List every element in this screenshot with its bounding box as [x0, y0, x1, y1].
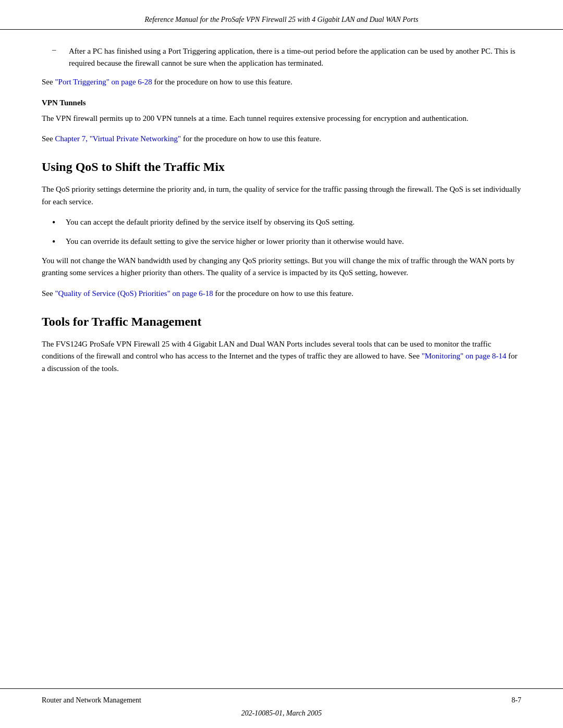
- monitoring-link[interactable]: "Monitoring" on page 8-14: [422, 352, 507, 360]
- see-chapter7-prefix: See: [42, 134, 55, 143]
- footer-center-text: 202-10085-01, March 2005: [241, 709, 322, 717]
- vpn-tunnels-heading: VPN Tunnels: [42, 98, 521, 107]
- page: Reference Manual for the ProSafe VPN Fir…: [0, 0, 563, 728]
- vpn-tunnels-paragraph1: The VPN firewall permits up to 200 VPN t…: [42, 113, 521, 125]
- tools-paragraph1: The FVS124G ProSafe VPN Firewall 25 with…: [42, 338, 521, 375]
- see-qos-suffix: for the procedure on how to use this fea…: [213, 289, 353, 298]
- qos-priorities-link[interactable]: "Quality of Service (QoS) Priorities" on…: [55, 289, 213, 298]
- qos-bullet2: • You can override its default setting t…: [42, 236, 521, 249]
- see-suffix: for the procedure on how to use this fea…: [152, 78, 292, 86]
- footer-right-text: 8-7: [511, 696, 521, 705]
- dash-list-item: – After a PC has finished using a Port T…: [42, 45, 521, 69]
- footer-left-text: Router and Network Management: [42, 696, 141, 705]
- qos-section-heading: Using QoS to Shift the Traffic Mix: [42, 160, 521, 174]
- qos-bullet1: • You can accept the default priority de…: [42, 216, 521, 229]
- footer-center-wrapper: 202-10085-01, March 2005: [0, 705, 563, 728]
- page-footer-wrapper: Router and Network Management 8-7 202-10…: [0, 688, 563, 728]
- dash-item-text: After a PC has finished using a Port Tri…: [69, 45, 521, 69]
- qos-paragraph1: The QoS priority settings determine the …: [42, 183, 521, 208]
- vpn-tunnels-section: VPN Tunnels The VPN firewall permits up …: [42, 98, 521, 145]
- see-port-triggering: See "Port Triggering" on page 6-28 for t…: [42, 76, 521, 88]
- header-title: Reference Manual for the ProSafe VPN Fir…: [42, 16, 521, 24]
- see-qos-prefix: See: [42, 289, 55, 298]
- qos-paragraph2: You will not change the WAN bandwidth us…: [42, 255, 521, 279]
- tools-section-heading: Tools for Traffic Management: [42, 315, 521, 329]
- bullet-symbol-1: •: [52, 216, 59, 229]
- qos-bullet2-text: You can override its default setting to …: [66, 236, 404, 249]
- chapter7-link[interactable]: Chapter 7, "Virtual Private Networking": [55, 134, 181, 143]
- dash-symbol: –: [52, 45, 60, 69]
- port-triggering-link[interactable]: "Port Triggering" on page 6-28: [55, 78, 152, 86]
- see-prefix: See: [42, 78, 55, 86]
- see-chapter7-suffix: for the procedure on how to use this fea…: [181, 134, 321, 143]
- see-qos: See "Quality of Service (QoS) Priorities…: [42, 288, 521, 300]
- main-content: – After a PC has finished using a Port T…: [0, 45, 563, 688]
- page-header: Reference Manual for the ProSafe VPN Fir…: [0, 0, 563, 30]
- qos-bullet1-text: You can accept the default priority defi…: [66, 216, 354, 229]
- see-chapter7: See Chapter 7, "Virtual Private Networki…: [42, 133, 521, 145]
- footer-row: Router and Network Management 8-7: [0, 688, 563, 705]
- bullet-symbol-2: •: [52, 236, 59, 249]
